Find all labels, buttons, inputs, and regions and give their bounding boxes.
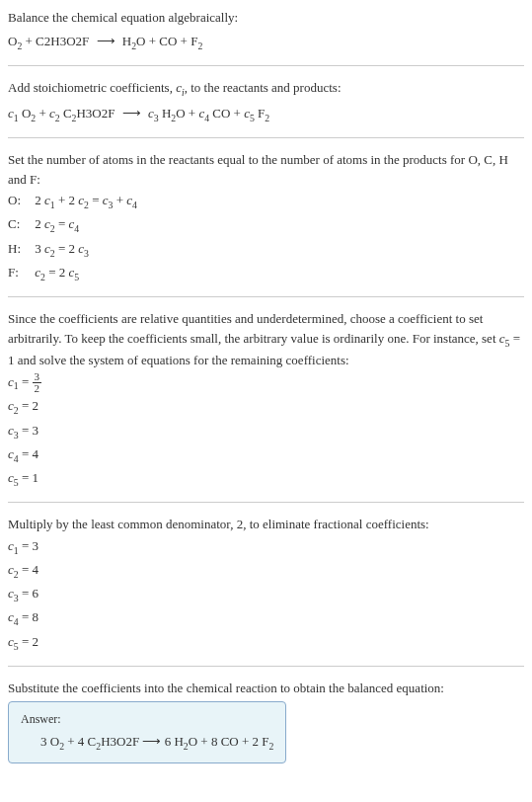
- coef-c3: c3 = 6: [8, 584, 524, 605]
- divider: [8, 502, 524, 503]
- substitute-text: Substitute the coefficients into the che…: [8, 679, 524, 698]
- balance-eq: 3 c2 = 2 c3: [35, 241, 89, 256]
- stoich-text: Add stoichiometric coefficients, ci, to …: [8, 78, 524, 100]
- coef-c5: c5 = 2: [8, 632, 524, 654]
- element-label: F:: [8, 263, 32, 282]
- fraction: 3 2: [33, 371, 42, 394]
- intro-section: Balance the chemical equation algebraica…: [8, 8, 524, 53]
- coef-c2: c2 = 2: [8, 396, 524, 418]
- coef-c4: c4 = 8: [8, 607, 524, 629]
- coef-c2: c2 = 4: [8, 560, 524, 582]
- solve-text: Since the coefficients are relative quan…: [8, 309, 524, 369]
- balance-eq: 2 c1 + 2 c2 = c3 + c4: [35, 193, 137, 207]
- substitute-section: Substitute the coefficients into the che…: [8, 679, 524, 763]
- balance-row-C: C: 2 c2 = c4: [8, 214, 524, 236]
- arrow-icon: ⟶: [97, 34, 115, 48]
- stoichiometric-section: Add stoichiometric coefficients, ci, to …: [8, 78, 524, 125]
- atom-balance-section: Set the number of atoms in the reactants…: [8, 150, 524, 284]
- coef-c1: c1 = 3 2: [8, 371, 524, 394]
- element-label: C:: [8, 214, 32, 234]
- divider: [8, 296, 524, 297]
- coef-c5: c5 = 1: [8, 468, 524, 490]
- coef-c4: c4 = 4: [8, 444, 524, 466]
- coef-equation: c1 O2 + c2 C2H3O2F ⟶ c3 H2O + c4 CO + c5…: [8, 104, 524, 125]
- ci-var: ci: [176, 80, 185, 95]
- balance-eq: 2 c2 = c4: [35, 216, 79, 231]
- divider: [8, 666, 524, 667]
- balance-eq: c2 = 2 c5: [35, 265, 79, 280]
- balance-row-O: O: 2 c1 + 2 c2 = c3 + c4: [8, 191, 524, 212]
- coef-c3: c3 = 3: [8, 421, 524, 442]
- divider: [8, 137, 524, 138]
- rhs: H2O + CO + F2: [122, 34, 202, 48]
- balance-text: Set the number of atoms in the reactants…: [8, 150, 524, 189]
- balance-row-H: H: 3 c2 = 2 c3: [8, 239, 524, 261]
- element-label: H:: [8, 239, 32, 259]
- answer-box: Answer: 3 O2 + 4 C2H3O2F ⟶ 6 H2O + 8 CO …: [8, 701, 286, 762]
- balance-row-F: F: c2 = 2 c5: [8, 263, 524, 284]
- multiply-section: Multiply by the least common denominator…: [8, 515, 524, 654]
- divider: [8, 65, 524, 66]
- lhs: O2 + C2H3O2F: [8, 34, 89, 48]
- element-label: O:: [8, 191, 32, 210]
- unbalanced-equation: O2 + C2H3O2F ⟶ H2O + CO + F2: [8, 32, 524, 53]
- arrow-icon: ⟶: [122, 106, 141, 120]
- balanced-equation: 3 O2 + 4 C2H3O2F ⟶ 6 H2O + 8 CO + 2 F2: [21, 732, 273, 754]
- intro-text: Balance the chemical equation algebraica…: [8, 8, 524, 28]
- multiply-text: Multiply by the least common denominator…: [8, 515, 524, 534]
- answer-label: Answer:: [21, 710, 273, 728]
- solve-section: Since the coefficients are relative quan…: [8, 309, 524, 490]
- coef-c1: c1 = 3: [8, 536, 524, 558]
